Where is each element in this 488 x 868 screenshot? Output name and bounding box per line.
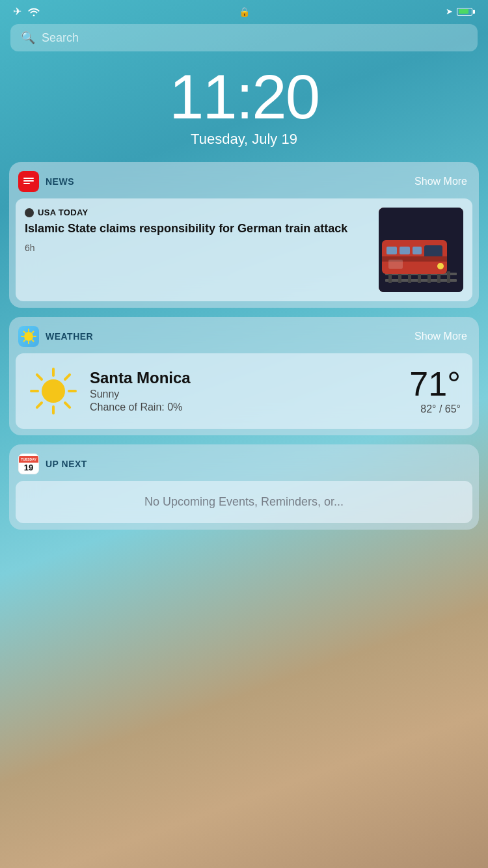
weather-condition: Sunny: [90, 388, 399, 400]
search-icon: 🔍: [21, 31, 35, 45]
weather-app-icon: [18, 326, 39, 347]
news-app-icon: [18, 171, 39, 192]
widgets-container: NEWS Show More USA TODAY Islamic State c…: [0, 152, 488, 530]
status-right-icons: ➤: [446, 7, 475, 16]
svg-rect-1: [23, 180, 34, 182]
status-bar: ✈ 🔒 ➤: [0, 0, 488, 20]
news-source-dot: [25, 208, 34, 217]
svg-rect-12: [447, 271, 450, 283]
lock-icon: 🔒: [239, 7, 250, 17]
time-display: 11:20 Tuesday, July 19: [0, 59, 488, 152]
svg-line-36: [65, 375, 70, 379]
calendar-day-label: Tuesday: [21, 457, 36, 461]
news-source-row: USA TODAY: [25, 208, 370, 217]
news-show-more-button[interactable]: Show More: [414, 176, 467, 187]
news-time-ago: 6h: [25, 243, 370, 253]
weather-info: Santa Monica Sunny Chance of Rain: 0%: [90, 369, 399, 413]
news-text-area: USA TODAY Islamic State claims responsib…: [25, 208, 370, 253]
svg-rect-16: [386, 247, 397, 254]
weather-icon-svg: [20, 327, 38, 346]
weather-temp-area: 71° 82° / 65°: [409, 367, 461, 415]
svg-line-29: [24, 340, 25, 341]
svg-line-35: [65, 403, 70, 407]
search-bar[interactable]: 🔍 Search: [10, 24, 478, 51]
search-placeholder: Search: [42, 31, 79, 45]
svg-rect-0: [23, 178, 34, 179]
weather-widget-title: WEATHER: [46, 331, 93, 342]
weather-rain-chance: Chance of Rain: 0%: [90, 401, 399, 413]
weather-widget-header: WEATHER Show More: [9, 317, 479, 353]
wifi-icon: [28, 7, 40, 16]
svg-line-34: [37, 375, 42, 379]
clock-date: Tuesday, July 19: [0, 131, 488, 148]
news-source-name: USA TODAY: [38, 208, 88, 217]
news-thumbnail: [379, 208, 463, 292]
svg-point-38: [42, 379, 65, 403]
calendar-widget-title: UP NEXT: [46, 459, 87, 469]
svg-line-26: [24, 332, 25, 333]
weather-temp-range: 82° / 65°: [409, 403, 461, 415]
search-bar-container: 🔍 Search: [0, 20, 488, 59]
calendar-icon-top: Tuesday: [19, 456, 38, 463]
news-title-group: NEWS: [18, 171, 74, 192]
svg-line-37: [37, 403, 42, 407]
svg-line-28: [32, 332, 33, 333]
weather-content-card[interactable]: Santa Monica Sunny Chance of Rain: 0% 71…: [16, 353, 472, 429]
calendar-content-card: No Upcoming Events, Reminders, or...: [16, 481, 472, 523]
news-widget-title: NEWS: [46, 176, 74, 187]
news-icon-svg: [22, 175, 35, 188]
sun-icon-svg: [27, 365, 79, 417]
weather-city: Santa Monica: [90, 369, 399, 387]
sun-icon-area: [27, 365, 79, 417]
calendar-app-icon: Tuesday 19: [18, 454, 39, 474]
airplane-icon: ✈: [13, 5, 21, 18]
weather-widget: WEATHER Show More: [9, 317, 479, 435]
status-left-icons: ✈: [13, 5, 40, 18]
calendar-title-group: Tuesday 19 UP NEXT: [18, 454, 87, 474]
svg-rect-17: [400, 247, 410, 254]
weather-current-temp: 71°: [409, 367, 461, 401]
weather-title-group: WEATHER: [18, 326, 93, 347]
status-center: 🔒: [239, 6, 250, 18]
train-image-svg: [379, 208, 463, 292]
calendar-widget: Tuesday 19 UP NEXT No Upcoming Events, R…: [9, 444, 479, 530]
calendar-widget-header: Tuesday 19 UP NEXT: [9, 444, 479, 481]
no-events-text: No Upcoming Events, Reminders, or...: [27, 495, 461, 509]
svg-rect-18: [413, 247, 422, 254]
svg-line-27: [32, 340, 33, 341]
news-headline: Islamic State claims responsibility for …: [25, 221, 370, 236]
weather-show-more-button[interactable]: Show More: [414, 331, 467, 342]
battery-icon: [457, 8, 475, 16]
news-widget: NEWS Show More USA TODAY Islamic State c…: [9, 162, 479, 308]
news-article-card[interactable]: USA TODAY Islamic State claims responsib…: [16, 198, 472, 301]
clock-time: 11:20: [0, 66, 488, 128]
calendar-day-number: 19: [24, 463, 33, 472]
location-icon: ➤: [446, 7, 453, 16]
news-widget-header: NEWS Show More: [9, 162, 479, 198]
svg-rect-2: [23, 183, 30, 184]
svg-point-19: [437, 263, 444, 269]
svg-rect-20: [388, 260, 403, 269]
